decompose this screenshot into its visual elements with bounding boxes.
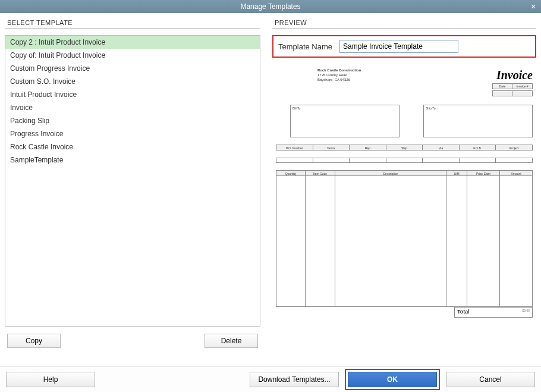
header-cell: Rep: [350, 145, 386, 150]
template-list-item[interactable]: Progress Invoice: [5, 127, 260, 140]
data-cell: [496, 158, 533, 163]
data-cell: [350, 158, 386, 163]
data-row-1: [276, 158, 533, 163]
close-icon[interactable]: ×: [529, 2, 537, 11]
invoice-title-block: Invoice Date Invoice #: [492, 68, 533, 96]
header-cell: Via: [423, 145, 460, 150]
select-template-panel: SELECT TEMPLATE Copy 2 : Intuit Product …: [5, 18, 260, 366]
invoice-preview: Rock Castle Construction 1735 County Roa…: [272, 65, 536, 333]
header-cell: Project: [496, 145, 533, 150]
column-header: Item Code: [306, 171, 335, 176]
bill-to-box: Bill To: [290, 105, 400, 137]
header-row-1: P.O. NumberTermsRepShipViaF.O.B.Project: [276, 145, 533, 150]
template-name-input[interactable]: [339, 40, 458, 53]
table-column: Description: [335, 170, 446, 307]
template-list-item[interactable]: Custom Progress Invoice: [5, 62, 260, 75]
header-cell: P.O. Number: [276, 145, 313, 150]
left-button-row: Copy Delete: [5, 327, 260, 348]
data-cell: [313, 158, 350, 163]
cancel-button[interactable]: Cancel: [446, 372, 535, 387]
window-title: Manage Templates: [240, 2, 300, 11]
column-body: [467, 176, 499, 306]
content-area: SELECT TEMPLATE Copy 2 : Intuit Product …: [0, 13, 541, 366]
company-name: Rock Castle Construction: [317, 68, 361, 73]
data-cell: [460, 158, 496, 163]
table-column: Quantity: [276, 170, 306, 307]
template-name-row: Template Name: [272, 35, 536, 58]
total-row: Total $0.00: [276, 307, 533, 318]
select-template-header: SELECT TEMPLATE: [5, 18, 260, 29]
ship-to-box: Ship To: [423, 105, 533, 137]
date-value: [492, 90, 512, 96]
template-list-item[interactable]: Invoice: [5, 101, 260, 114]
data-cell: [386, 158, 423, 163]
date-invoice-headers: Date Invoice #: [492, 83, 533, 89]
template-name-label: Template Name: [278, 42, 332, 51]
template-list-item[interactable]: Custom S.O. Invoice: [5, 75, 260, 88]
date-header: Date: [492, 83, 512, 89]
total-cell: Total $0.00: [454, 307, 533, 318]
date-invoice-values: [492, 90, 533, 96]
ok-callout: OK: [345, 369, 440, 390]
header-cell: Ship: [386, 145, 423, 150]
total-amount: $0.00: [522, 309, 530, 316]
invoice-no-value: [512, 90, 533, 96]
template-list-item[interactable]: Intuit Product Invoice: [5, 88, 260, 101]
table-column: Item Code: [306, 170, 335, 307]
ok-button[interactable]: OK: [348, 372, 437, 387]
column-body: [500, 176, 532, 306]
template-listbox[interactable]: Copy 2 : Intuit Product InvoiceCopy of: …: [5, 35, 260, 327]
table-column: Amount: [500, 170, 533, 307]
column-body: [276, 176, 305, 306]
delete-button[interactable]: Delete: [205, 334, 258, 348]
column-header: Price Each: [467, 171, 499, 176]
header-cell: Terms: [313, 145, 350, 150]
table-column: Price Each: [467, 170, 500, 307]
column-body: [335, 176, 446, 306]
company-addr2: Bayshore, CA 94326: [317, 78, 361, 83]
preview-panel: PREVIEW Template Name Rock Castle Constr…: [272, 18, 536, 366]
table-column: U/M: [446, 170, 467, 307]
column-header: Quantity: [276, 171, 305, 176]
data-cell: [276, 158, 313, 163]
column-body: [446, 176, 467, 306]
invoice-title: Invoice: [492, 68, 533, 82]
template-list-item[interactable]: Copy of: Intuit Product Invoice: [5, 49, 260, 62]
copy-button[interactable]: Copy: [7, 334, 61, 348]
help-button[interactable]: Help: [6, 372, 95, 387]
total-label: Total: [457, 309, 470, 316]
template-list-item[interactable]: Packing Slip: [5, 114, 260, 127]
template-list-item[interactable]: Copy 2 : Intuit Product Invoice: [5, 36, 260, 49]
footer-bar: Help Download Templates... OK Cancel: [0, 366, 541, 392]
download-templates-button[interactable]: Download Templates...: [250, 372, 339, 387]
preview-header: PREVIEW: [272, 18, 536, 29]
header-cell: F.O.B.: [460, 145, 496, 150]
data-cell: [423, 158, 460, 163]
column-header: Description: [335, 171, 446, 176]
invoice-no-header: Invoice #: [512, 83, 533, 89]
column-header: Amount: [500, 171, 532, 176]
template-list-item[interactable]: Rock Castle Invoice: [5, 140, 260, 153]
title-bar: Manage Templates ×: [0, 0, 541, 13]
company-addr1: 1735 County Road: [317, 73, 361, 78]
company-block: Rock Castle Construction 1735 County Roa…: [317, 68, 361, 96]
column-header: U/M: [446, 171, 467, 176]
manage-templates-window: Manage Templates × SELECT TEMPLATE Copy …: [0, 0, 541, 392]
line-items-table: QuantityItem CodeDescriptionU/MPrice Eac…: [276, 170, 533, 307]
column-body: [306, 176, 335, 306]
template-list-item[interactable]: SampleTemplate: [5, 153, 260, 167]
